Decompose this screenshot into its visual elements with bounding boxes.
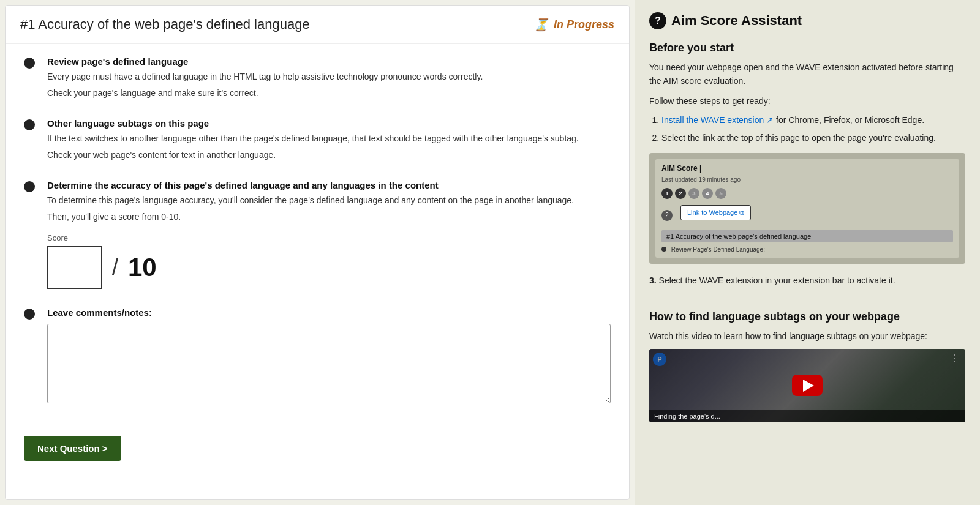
step-3-desc: To determine this page's language accura… <box>47 194 611 207</box>
before-start-step-2-text: Select the link at the top of this page … <box>662 133 936 143</box>
play-triangle-icon <box>803 380 814 392</box>
step-1: Review page's defined language Every pag… <box>24 56 611 100</box>
section-divider <box>649 299 965 299</box>
preview-step-1: 1 <box>662 188 673 199</box>
question-title: #1 Accuracy of the web page's defined la… <box>20 17 310 32</box>
main-panel: #1 Accuracy of the web page's defined la… <box>5 5 630 500</box>
before-start-heading: Before you start <box>649 42 965 54</box>
step-3-action: Then, you'll give a score from 0-10. <box>47 211 611 223</box>
before-start-step-3-text: Select the WAVE extension in your extens… <box>659 275 895 285</box>
step-1-desc: Every page must have a defined language … <box>47 70 611 83</box>
preview-step-2: 2 <box>675 188 686 199</box>
score-input[interactable] <box>47 246 102 289</box>
step-3-bullet <box>24 181 35 192</box>
score-label: Score <box>47 233 611 242</box>
video-thumbnail[interactable]: P ⋮ Finding the page's d... <box>649 349 965 422</box>
assistant-title-row: ? Aim Score Assistant <box>649 12 965 29</box>
before-start-step-3: 3. Select the WAVE extension in your ext… <box>649 274 965 287</box>
next-question-button[interactable]: Next Question > <box>24 436 121 461</box>
step-2-action: Check your web page's content for text i… <box>47 149 611 162</box>
preview-q-bar: #1 Accuracy of the web page's defined la… <box>662 230 953 242</box>
before-start-steps-list: Install the WAVE extension ↗ for Chrome,… <box>662 114 965 144</box>
video-title-text: Finding the page's d... <box>654 413 720 420</box>
step-comments-content: Leave comments/notes: <box>47 307 611 405</box>
step-3-title: Determine the accuracy of this page's de… <box>47 180 611 190</box>
step-1-title: Review page's defined language <box>47 56 611 67</box>
play-button[interactable] <box>792 375 823 396</box>
wave-extension-suffix: for Chrome, Firefox, or Microsoft Edge. <box>776 115 924 125</box>
preview-subtext: Last updated 19 minutes ago <box>662 176 953 183</box>
status-text: In Progress <box>554 18 614 31</box>
before-start-para2: Follow these steps to get ready: <box>649 94 965 108</box>
preview-review-label: Review Page's Defined Language: <box>671 246 765 253</box>
preview-header: AIM Score | <box>662 164 953 173</box>
assistant-panel: ? Aim Score Assistant Before you start Y… <box>635 0 980 505</box>
step-2: Other language subtags on this page If t… <box>24 118 611 162</box>
preview-step-num: 2 <box>662 210 673 221</box>
step-2-desc: If the text switches to another language… <box>47 132 611 145</box>
before-start-step-1: Install the WAVE extension ↗ for Chrome,… <box>662 114 965 127</box>
step-2-content: Other language subtags on this page If t… <box>47 118 611 162</box>
comments-title: Leave comments/notes: <box>47 307 611 318</box>
step-3: Determine the accuracy of this page's de… <box>24 180 611 289</box>
preview-inner: AIM Score | Last updated 19 minutes ago … <box>655 159 959 258</box>
before-start-para1-text: You need your webpage open and the WAVE … <box>649 62 954 86</box>
step-comments-bullet <box>24 309 35 320</box>
status-badge: ⏳ In Progress <box>533 17 614 32</box>
preview-review-text: Review Page's Defined Language: <box>662 246 953 253</box>
preview-link-btn[interactable]: Link to Webpage ⧉ <box>680 205 751 220</box>
help-icon: ? <box>649 12 666 29</box>
step-3-content: Determine the accuracy of this page's de… <box>47 180 611 289</box>
comments-textarea[interactable] <box>47 324 611 403</box>
hourglass-icon: ⏳ <box>533 17 549 32</box>
before-start-step-3-num: 3. <box>649 275 659 285</box>
video-title-bar: Finding the page's d... <box>649 410 965 422</box>
question-body: Review page's defined language Every pag… <box>6 44 629 499</box>
preview-step-5: 5 <box>715 188 726 199</box>
step-1-bullet <box>24 58 35 69</box>
step-comments: Leave comments/notes: <box>24 307 611 405</box>
wave-extension-link[interactable]: Install the WAVE extension ↗ <box>662 115 774 125</box>
step-2-bullet <box>24 119 35 130</box>
before-start-step-2: Select the link at the top of this page … <box>662 132 965 144</box>
question-header: #1 Accuracy of the web page's defined la… <box>6 6 629 44</box>
preview-step-4: 4 <box>702 188 713 199</box>
language-subtags-text: Watch this video to learn how to find la… <box>649 329 965 343</box>
score-total: 10 <box>128 253 157 282</box>
step-1-content: Review page's defined language Every pag… <box>47 56 611 100</box>
score-section: Score / 10 <box>47 233 611 289</box>
language-subtags-section: How to find language subtags on your web… <box>649 310 965 422</box>
score-divider: / <box>112 255 118 280</box>
before-start-para1: You need your webpage open and the WAVE … <box>649 61 965 88</box>
score-row: / 10 <box>47 246 611 289</box>
before-you-start-section: Before you start You need your webpage o… <box>649 42 965 288</box>
step-2-title: Other language subtags on this page <box>47 118 611 129</box>
preview-step-3: 3 <box>688 188 699 199</box>
assistant-title-text: Aim Score Assistant <box>671 13 802 29</box>
preview-progress-row: 1 2 3 4 5 <box>662 188 953 199</box>
step-1-action: Check your page's language and make sure… <box>47 87 611 100</box>
preview-box: AIM Score | Last updated 19 minutes ago … <box>649 153 965 264</box>
language-subtags-heading: How to find language subtags on your web… <box>649 310 965 323</box>
